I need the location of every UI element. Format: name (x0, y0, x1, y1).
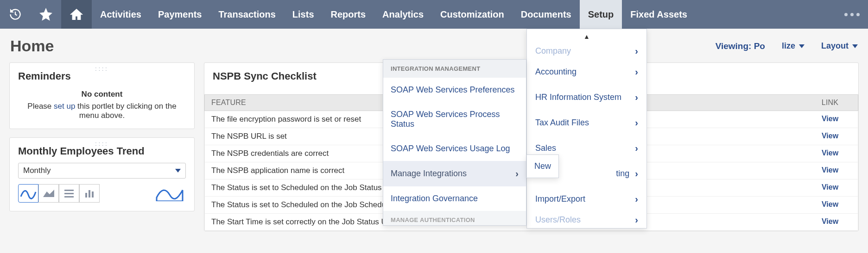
monthly-employees-trend-portlet: :::: Monthly Employees Trend Monthly (9, 137, 195, 211)
td-link: View (802, 197, 858, 213)
chevron-right-icon: › (635, 215, 638, 225)
caret-down-icon (852, 44, 858, 48)
reminders-portlet: :::: Reminders No content Please set up … (9, 62, 195, 129)
nav-customization[interactable]: Customization (432, 0, 513, 29)
th-link: LINK (802, 95, 858, 111)
reminders-text-after: this portlet by clicking on the menu abo… (75, 102, 176, 120)
chevron-right-icon: › (515, 168, 519, 179)
setup-item-import-export[interactable]: Import/Export› (527, 186, 646, 212)
caret-down-icon (175, 169, 181, 173)
integration-item[interactable]: SOAP Web Services Usage Log (383, 136, 526, 161)
integration-section-title-2: MANAGE AUTHENTICATION (383, 211, 526, 225)
nav-items: Activities Payments Transactions Lists R… (92, 0, 696, 29)
view-link[interactable]: View (822, 200, 838, 208)
nav-lists[interactable]: Lists (284, 0, 323, 29)
page-header: Home Viewing: Po lize Layout (0, 29, 868, 59)
svg-rect-2 (64, 196, 74, 197)
personalize-label: lize (782, 41, 795, 51)
setup-item-hr[interactable]: HR Information System› (527, 85, 646, 110)
nav-payments[interactable]: Payments (150, 0, 210, 29)
chevron-right-icon: › (635, 168, 638, 179)
nav-transactions[interactable]: Transactions (210, 0, 284, 29)
history-icon[interactable] (0, 0, 31, 29)
top-navbar: Activities Payments Transactions Lists R… (0, 0, 868, 29)
td-link: View (802, 111, 858, 128)
personalize-link[interactable]: lize (782, 41, 805, 51)
td-link: View (802, 214, 858, 230)
view-link[interactable]: View (822, 183, 838, 191)
area-chart-icon[interactable] (38, 184, 59, 203)
svg-rect-3 (85, 193, 87, 197)
setup-item-accounting[interactable]: Accounting› (527, 59, 646, 85)
chevron-right-icon: › (635, 46, 638, 56)
reminders-setup-link[interactable]: set up (54, 102, 75, 111)
setup-menu: ▲ Company› Accounting› HR Information Sy… (526, 29, 647, 228)
line-chart-preview-icon[interactable] (153, 184, 186, 203)
drag-handle-icon[interactable]: :::: (95, 66, 108, 72)
integration-item[interactable]: SOAP Web Services Preferences (383, 78, 526, 102)
page-title: Home (10, 37, 54, 55)
view-link[interactable]: View (822, 166, 838, 174)
trend-period-select[interactable]: Monthly (18, 163, 186, 179)
td-link: View (802, 128, 858, 145)
viewing-label: Viewing: Po (716, 41, 765, 51)
nav-reports[interactable]: Reports (323, 0, 374, 29)
nav-setup[interactable]: Setup (580, 0, 622, 29)
svg-rect-0 (64, 190, 74, 191)
new-label: New (534, 161, 551, 171)
view-link[interactable]: View (822, 132, 838, 140)
chevron-right-icon: › (635, 92, 638, 103)
chevron-right-icon: › (635, 143, 638, 154)
caret-down-icon (799, 44, 805, 48)
setup-item-tax[interactable]: Tax Audit Files› (527, 110, 646, 136)
integration-item[interactable]: Manage Integrations› (383, 161, 526, 186)
setup-item-company[interactable]: Company› (527, 43, 646, 59)
trend-period-value: Monthly (23, 166, 51, 175)
setup-item-users-roles[interactable]: Users/Roles› (527, 212, 646, 225)
bar-chart-icon[interactable] (79, 184, 100, 203)
td-link: View (802, 145, 858, 162)
layout-link[interactable]: Layout (821, 41, 858, 51)
view-link[interactable]: View (822, 115, 838, 123)
integration-item[interactable]: Integration Governance (383, 186, 526, 211)
new-flyout-menu[interactable]: New (526, 154, 559, 178)
nav-overflow-icon[interactable] (836, 0, 868, 29)
chevron-up-icon[interactable]: ▲ (583, 33, 590, 40)
svg-rect-1 (64, 193, 74, 194)
nav-fixed-assets[interactable]: Fixed Assets (622, 0, 696, 29)
integration-menu: INTEGRATION MANAGEMENT SOAP Web Services… (383, 59, 526, 226)
home-icon[interactable] (61, 0, 92, 29)
td-link: View (802, 179, 858, 196)
svg-rect-5 (92, 191, 94, 197)
integration-item[interactable]: SOAP Web Services Process Status (383, 102, 526, 136)
nav-activities[interactable]: Activities (92, 0, 150, 29)
reminders-no-content: No content (18, 90, 186, 99)
line-chart-icon[interactable] (18, 184, 38, 203)
svg-rect-4 (89, 190, 90, 197)
view-link[interactable]: View (822, 149, 838, 157)
view-link[interactable]: View (822, 217, 838, 225)
integration-section-title: INTEGRATION MANAGEMENT (383, 60, 526, 78)
reminders-text-before: Please (27, 102, 54, 111)
chevron-right-icon: › (635, 67, 638, 77)
list-icon[interactable] (59, 184, 79, 203)
chevron-right-icon: › (635, 194, 638, 204)
td-link: View (802, 162, 858, 179)
nav-analytics[interactable]: Analytics (374, 0, 432, 29)
layout-label: Layout (821, 41, 849, 51)
nav-documents[interactable]: Documents (513, 0, 580, 29)
chevron-right-icon: › (635, 117, 638, 128)
star-icon[interactable] (31, 0, 61, 29)
drag-handle-icon[interactable]: :::: (95, 141, 108, 147)
